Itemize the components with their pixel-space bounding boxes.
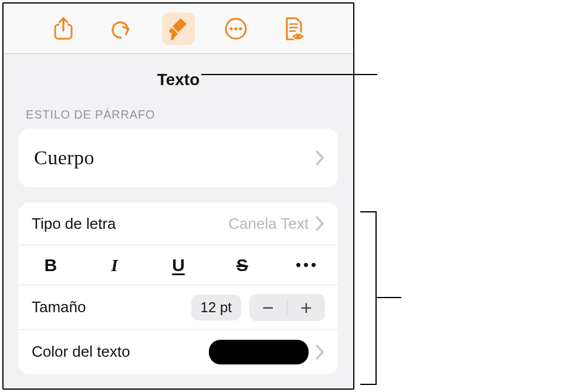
ellipsis-icon bbox=[296, 263, 316, 267]
paragraph-style-header: ESTILO DE PÁRRAFO bbox=[4, 100, 353, 129]
chevron-right-icon bbox=[314, 150, 325, 166]
bold-button[interactable]: B bbox=[19, 245, 83, 285]
font-value: Canela Text bbox=[228, 215, 309, 233]
paragraph-style-row[interactable]: Cuerpo bbox=[19, 129, 338, 187]
callout-line bbox=[375, 297, 401, 298]
inspector-title: Texto bbox=[4, 54, 353, 100]
text-color-label: Color del texto bbox=[32, 343, 130, 361]
text-color-swatch[interactable] bbox=[209, 340, 309, 364]
toolbar bbox=[4, 4, 353, 54]
font-label: Tipo de letra bbox=[32, 215, 116, 233]
size-label: Tamaño bbox=[32, 298, 86, 316]
svg-point-8 bbox=[296, 35, 300, 38]
strikethrough-button[interactable]: S bbox=[210, 245, 274, 285]
format-button[interactable] bbox=[162, 12, 195, 45]
size-increase-button[interactable]: + bbox=[287, 294, 325, 321]
paragraph-style-value: Cuerpo bbox=[32, 147, 97, 169]
text-color-row[interactable]: Color del texto bbox=[19, 329, 338, 374]
more-button[interactable] bbox=[219, 12, 252, 45]
document-view-button[interactable] bbox=[277, 12, 310, 45]
size-value[interactable]: 12 pt bbox=[191, 295, 241, 320]
chevron-right-icon bbox=[314, 344, 325, 360]
size-stepper: − + bbox=[249, 294, 325, 321]
size-row: Tamaño 12 pt − + bbox=[19, 285, 338, 329]
svg-point-4 bbox=[229, 27, 232, 30]
callout-line bbox=[201, 74, 377, 75]
callout-line bbox=[375, 211, 377, 385]
format-inspector-panel: Texto ESTILO DE PÁRRAFO Cuerpo Tipo de l… bbox=[2, 2, 354, 390]
underline-button[interactable]: U bbox=[147, 245, 211, 285]
format-buttons-row: B I U S bbox=[19, 245, 338, 285]
svg-point-6 bbox=[239, 27, 242, 30]
chevron-right-icon bbox=[314, 215, 325, 232]
undo-button[interactable] bbox=[104, 12, 137, 45]
paragraph-style-card: Cuerpo bbox=[19, 129, 338, 187]
svg-point-5 bbox=[234, 27, 237, 30]
share-button[interactable] bbox=[47, 12, 80, 45]
callout-line bbox=[360, 384, 377, 385]
text-format-card: Tipo de letra Canela Text B I U S Tamaño… bbox=[19, 202, 338, 374]
font-row[interactable]: Tipo de letra Canela Text bbox=[19, 202, 338, 245]
size-decrease-button[interactable]: − bbox=[249, 294, 287, 321]
italic-button[interactable]: I bbox=[83, 245, 147, 285]
more-format-button[interactable] bbox=[274, 245, 338, 285]
callout-line bbox=[360, 211, 377, 212]
